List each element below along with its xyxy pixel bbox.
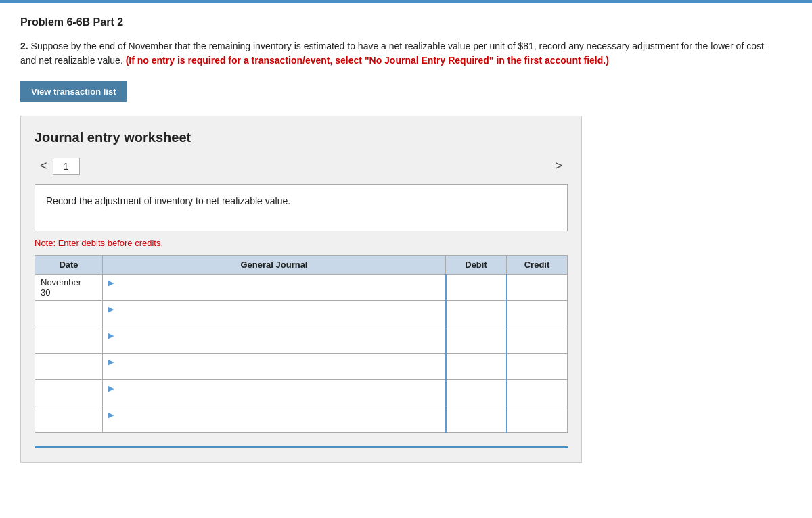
- credit-input-5[interactable]: [513, 409, 562, 419]
- credit-cell-4[interactable]: [507, 380, 568, 406]
- debit-input-5[interactable]: [452, 409, 501, 419]
- debit-cell-0[interactable]: [446, 275, 507, 301]
- debit-cell-3[interactable]: [446, 354, 507, 380]
- journal-cell-3[interactable]: ▶: [103, 354, 446, 380]
- journal-input-3[interactable]: [108, 367, 440, 377]
- table-row: ▶: [35, 354, 568, 380]
- row-arrow-3: ▶: [108, 358, 114, 366]
- row-arrow-0: ▶: [108, 279, 114, 287]
- nav-right-button[interactable]: >: [549, 156, 568, 176]
- date-cell-0: November 30: [35, 275, 103, 301]
- worksheet-description-text: Record the adjustment of inventory to ne…: [46, 195, 290, 206]
- journal-cell-2[interactable]: ▶: [103, 327, 446, 354]
- credit-input-2[interactable]: [513, 330, 562, 340]
- debit-input-3[interactable]: [452, 356, 501, 367]
- problem-title: Problem 6-6B Part 2: [20, 16, 792, 28]
- table-row: ▶: [35, 327, 568, 354]
- table-row: ▶: [35, 406, 568, 433]
- page-container: Problem 6-6B Part 2 2. Suppose by the en…: [0, 3, 812, 476]
- row-arrow-4: ▶: [108, 384, 114, 392]
- credit-cell-3[interactable]: [507, 354, 568, 380]
- date-cell-5: [35, 406, 103, 433]
- date-cell-1: [35, 301, 103, 327]
- bottom-line: [35, 446, 568, 448]
- debit-input-4[interactable]: [452, 383, 501, 393]
- journal-cell-0[interactable]: ▶: [103, 275, 446, 301]
- date-cell-2: [35, 327, 103, 354]
- nav-row: < 1 >: [35, 156, 568, 176]
- journal-input-0[interactable]: [108, 287, 440, 298]
- credit-input-1[interactable]: [513, 304, 562, 314]
- journal-table: Date General Journal Debit Credit Novemb…: [35, 255, 568, 433]
- credit-input-4[interactable]: [513, 383, 562, 393]
- journal-input-1[interactable]: [108, 314, 440, 324]
- header-general-journal: General Journal: [103, 256, 446, 275]
- debit-input-2[interactable]: [452, 330, 501, 340]
- row-arrow-5: ▶: [108, 410, 114, 419]
- journal-cell-1[interactable]: ▶: [103, 301, 446, 327]
- credit-cell-2[interactable]: [507, 327, 568, 354]
- debit-input-0[interactable]: [452, 277, 501, 287]
- header-debit: Debit: [446, 256, 507, 275]
- row-arrow-1: ▶: [108, 305, 114, 313]
- debit-cell-2[interactable]: [446, 327, 507, 354]
- view-transaction-button[interactable]: View transaction list: [20, 81, 127, 102]
- description-red-text: (If no entry is required for a transacti…: [126, 55, 609, 66]
- header-credit: Credit: [507, 256, 568, 275]
- worksheet-description: Record the adjustment of inventory to ne…: [35, 184, 568, 231]
- journal-cell-5[interactable]: ▶: [103, 406, 446, 433]
- problem-description: 2. Suppose by the end of November that t…: [20, 39, 765, 68]
- worksheet-title: Journal entry worksheet: [35, 130, 568, 145]
- credit-input-0[interactable]: [513, 277, 562, 287]
- debit-cell-4[interactable]: [446, 380, 507, 406]
- tab-number: 1: [53, 158, 80, 175]
- table-header-row: Date General Journal Debit Credit: [35, 256, 568, 275]
- credit-cell-0[interactable]: [507, 275, 568, 301]
- journal-input-5[interactable]: [108, 419, 440, 429]
- date-text-0: November 30: [41, 277, 81, 298]
- nav-left-button[interactable]: <: [35, 156, 53, 176]
- header-date: Date: [35, 256, 103, 275]
- journal-input-2[interactable]: [108, 340, 440, 350]
- date-cell-3: [35, 354, 103, 380]
- journal-cell-4[interactable]: ▶: [103, 380, 446, 406]
- credit-input-3[interactable]: [513, 356, 562, 367]
- table-row: ▶: [35, 301, 568, 327]
- credit-cell-1[interactable]: [507, 301, 568, 327]
- debit-input-1[interactable]: [452, 304, 501, 314]
- debit-cell-1[interactable]: [446, 301, 507, 327]
- journal-input-4[interactable]: [108, 393, 440, 403]
- credit-cell-5[interactable]: [507, 406, 568, 433]
- table-row: ▶: [35, 380, 568, 406]
- worksheet-container: Journal entry worksheet < 1 > Record the…: [20, 116, 582, 463]
- table-row: November 30▶: [35, 275, 568, 301]
- note-text: Note: Enter debits before credits.: [35, 238, 568, 248]
- problem-number: 2.: [20, 41, 28, 51]
- debit-cell-5[interactable]: [446, 406, 507, 433]
- row-arrow-2: ▶: [108, 331, 114, 339]
- date-cell-4: [35, 380, 103, 406]
